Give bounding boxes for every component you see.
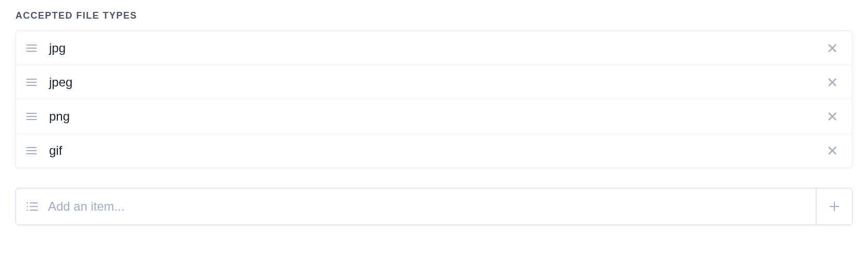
svg-point-22 [27,206,28,207]
item-value: jpg [49,41,825,55]
list-item: jpeg [16,65,852,99]
add-button[interactable] [816,188,852,225]
drag-handle-icon[interactable] [24,78,39,86]
file-types-list: jpg jpeg png gif [16,31,853,168]
svg-point-24 [27,210,28,211]
item-value: gif [49,143,825,158]
item-value: jpeg [49,75,825,90]
drag-handle-icon[interactable] [24,146,39,155]
remove-button[interactable] [825,41,840,55]
svg-point-20 [27,202,28,203]
section-label: Accepted file types [16,10,853,21]
bullet-list-icon [25,200,39,213]
item-value: png [49,109,825,124]
drag-handle-icon[interactable] [24,44,39,52]
remove-button[interactable] [825,109,840,124]
add-item-input[interactable] [48,199,807,214]
list-item: png [16,99,852,134]
list-item: jpg [16,31,852,65]
remove-button[interactable] [825,75,840,90]
list-item: gif [16,134,852,168]
drag-handle-icon[interactable] [24,112,39,121]
add-item-row [16,188,853,225]
add-input-wrap [16,188,816,225]
remove-button[interactable] [825,143,840,158]
